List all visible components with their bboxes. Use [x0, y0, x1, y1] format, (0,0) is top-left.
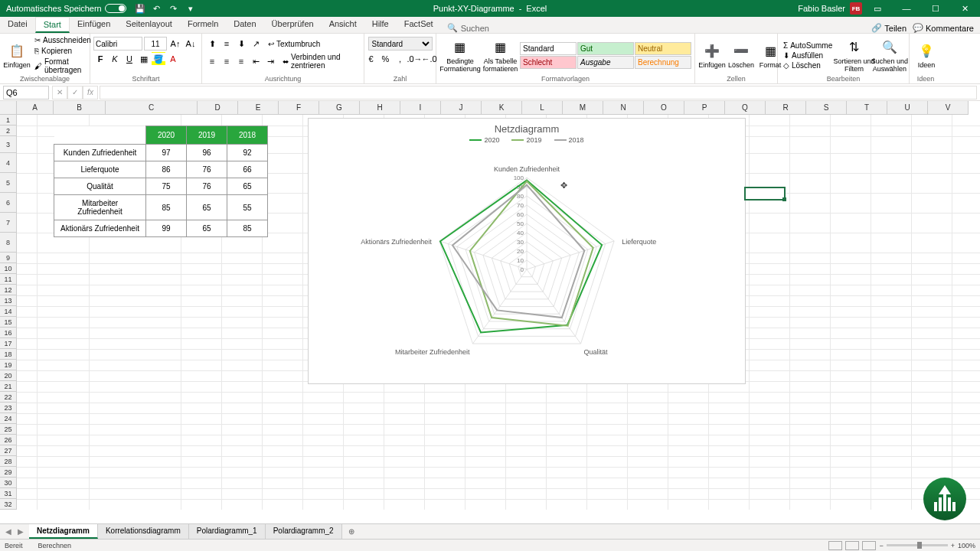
style-neutral[interactable]: Neutral: [635, 42, 691, 55]
minimize-icon[interactable]: —: [893, 0, 920, 17]
indent-inc-icon[interactable]: ⇥: [263, 54, 277, 68]
row-header[interactable]: 26: [0, 435, 17, 445]
row-header[interactable]: 9: [0, 253, 17, 263]
style-bad[interactable]: Schlecht: [520, 56, 577, 69]
row-header[interactable]: 13: [0, 295, 17, 306]
row-header[interactable]: 3: [0, 136, 17, 153]
name-box[interactable]: Q6: [3, 86, 49, 99]
row-header[interactable]: 17: [0, 338, 17, 349]
redo-icon[interactable]: ↷: [168, 2, 180, 15]
row-header[interactable]: 11: [0, 274, 17, 285]
row-header[interactable]: 14: [0, 306, 17, 317]
row-header[interactable]: 18: [0, 349, 17, 360]
underline-button[interactable]: U: [122, 52, 136, 66]
menu-tab-daten[interactable]: Daten: [226, 17, 263, 33]
decimal-dec-icon[interactable]: ←.0: [423, 52, 436, 66]
row-header[interactable]: 25: [0, 424, 17, 435]
format-painter-button[interactable]: 🖌Format übertragen: [32, 57, 93, 75]
style-output[interactable]: Ausgabe: [577, 56, 634, 69]
sheet-tab[interactable]: Polardiagramm_1: [189, 524, 266, 539]
col-header[interactable]: J: [441, 101, 482, 115]
align-bottom-icon[interactable]: ⬇: [234, 37, 248, 51]
col-header[interactable]: C: [106, 101, 198, 115]
col-header[interactable]: S: [806, 101, 847, 115]
search-box[interactable]: 🔍 Suchen: [441, 23, 489, 33]
style-calculation[interactable]: Berechnung: [635, 56, 691, 69]
share-button[interactable]: 🔗 Teilen: [871, 23, 906, 33]
menu-tab-ansicht[interactable]: Ansicht: [322, 17, 364, 33]
menu-tab-factset[interactable]: FactSet: [397, 17, 441, 33]
col-header[interactable]: V: [928, 101, 969, 115]
row-header[interactable]: 23: [0, 403, 17, 413]
row-header[interactable]: 10: [0, 263, 17, 274]
view-layout-icon[interactable]: [845, 541, 859, 550]
menu-tab-einfügen[interactable]: Einfügen: [70, 17, 118, 33]
font-color-button[interactable]: A: [166, 52, 180, 66]
add-sheet-button[interactable]: ⊕: [342, 527, 361, 536]
row-header[interactable]: 2: [0, 126, 17, 136]
number-format-select[interactable]: Standard: [368, 37, 433, 51]
row-header[interactable]: 1: [0, 115, 17, 126]
cut-button[interactable]: ✂Ausschneiden: [32, 35, 93, 45]
align-top-icon[interactable]: ⬆: [205, 37, 219, 51]
col-header[interactable]: M: [563, 101, 603, 115]
orientation-icon[interactable]: ↗: [249, 37, 263, 51]
paste-button[interactable]: 📋 Einfügen: [3, 40, 31, 70]
fill-color-button[interactable]: 🪣: [152, 52, 165, 66]
style-good[interactable]: Gut: [577, 42, 634, 55]
view-normal-icon[interactable]: [828, 541, 842, 550]
col-header[interactable]: N: [603, 101, 644, 115]
formula-input[interactable]: [100, 86, 977, 99]
row-header[interactable]: 15: [0, 317, 17, 328]
copy-button[interactable]: ⎘Kopieren: [32, 46, 93, 56]
insert-cells-button[interactable]: ➕Einfügen: [698, 40, 726, 70]
row-header[interactable]: 6: [0, 193, 17, 213]
row-header[interactable]: 30: [0, 478, 17, 488]
view-pagebreak-icon[interactable]: [862, 541, 876, 550]
row-header[interactable]: 5: [0, 173, 17, 193]
menu-tab-datei[interactable]: Datei: [0, 17, 35, 33]
row-header[interactable]: 12: [0, 285, 17, 295]
align-left-icon[interactable]: ≡: [205, 54, 219, 68]
save-icon[interactable]: 💾: [134, 2, 146, 15]
col-header[interactable]: R: [766, 101, 806, 115]
col-header[interactable]: G: [319, 101, 360, 115]
spreadsheet-grid[interactable]: ABCDEFGHIJKLMNOPQRSTUV 12345678910111213…: [0, 101, 980, 510]
bold-button[interactable]: F: [93, 52, 107, 66]
col-header[interactable]: A: [17, 101, 54, 115]
zoom-in-icon[interactable]: +: [951, 542, 955, 549]
col-header[interactable]: I: [400, 101, 441, 115]
find-select-button[interactable]: 🔍Suchen und Auswählen: [874, 36, 906, 74]
autosum-button[interactable]: ΣAutoSumme: [781, 41, 835, 51]
merge-center-button[interactable]: ⬌Verbinden und zentrieren: [280, 52, 361, 70]
row-header[interactable]: 31: [0, 488, 17, 499]
close-icon[interactable]: ✕: [951, 0, 978, 17]
col-header[interactable]: E: [238, 101, 279, 115]
enter-formula-icon[interactable]: ✓: [67, 86, 83, 99]
align-right-icon[interactable]: ≡: [234, 54, 248, 68]
italic-button[interactable]: K: [108, 52, 122, 66]
select-all-corner[interactable]: [0, 101, 17, 115]
cancel-formula-icon[interactable]: ✕: [52, 86, 67, 99]
customize-qat-icon[interactable]: ▾: [185, 2, 197, 15]
menu-tab-seitenlayout[interactable]: Seitenlayout: [118, 17, 180, 33]
user-avatar[interactable]: FB: [850, 2, 862, 15]
menu-tab-hilfe[interactable]: Hilfe: [364, 17, 397, 33]
col-header[interactable]: O: [644, 101, 684, 115]
menu-tab-formeln[interactable]: Formeln: [180, 17, 226, 33]
sheet-nav-last-icon[interactable]: ▶: [15, 527, 26, 537]
delete-cells-button[interactable]: ➖Löschen: [727, 40, 755, 70]
menu-tab-start[interactable]: Start: [35, 17, 70, 33]
col-header[interactable]: K: [482, 101, 522, 115]
col-header[interactable]: Q: [725, 101, 766, 115]
zoom-out-icon[interactable]: −: [879, 542, 883, 549]
wrap-text-button[interactable]: ↩Textumbruch: [266, 39, 322, 49]
autosave-toggle[interactable]: Automatisches Speichern: [3, 4, 129, 13]
row-header[interactable]: 22: [0, 392, 17, 403]
fx-icon[interactable]: fx: [83, 86, 98, 99]
sheet-nav-first-icon[interactable]: ◀: [3, 527, 14, 537]
row-header[interactable]: 24: [0, 413, 17, 424]
style-standard[interactable]: Standard: [520, 42, 577, 55]
col-header[interactable]: D: [198, 101, 238, 115]
clear-button[interactable]: ◇Löschen: [781, 60, 835, 70]
